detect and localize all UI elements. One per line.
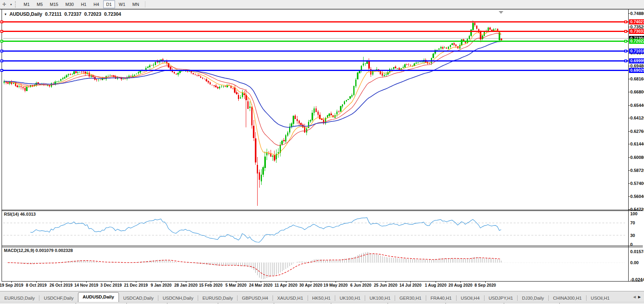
- crosshair-tool-icon[interactable]: ✛: [0, 1, 9, 8]
- date-label: 15 Feb 2020: [199, 283, 223, 287]
- timeframe-button-m1[interactable]: M1: [20, 0, 33, 8]
- rsi-line: [30, 218, 501, 242]
- price-tick-mark: [628, 144, 630, 144]
- tab-scroll-left-icon[interactable]: ◀: [633, 295, 636, 299]
- price-tick-mark: [628, 79, 630, 79]
- date-label: 21 Dec 2019: [124, 283, 148, 287]
- toolbar-grip[interactable]: [15, 1, 18, 7]
- price-tick-label: 0.65440: [630, 103, 644, 108]
- mt4-window: ✛ ▾ M1M5M15M30H1H4D1W1MN ▼AUDUSD,Daily0.…: [0, 0, 644, 304]
- pane-separator[interactable]: [2, 210, 643, 210]
- rsi-value: 46.0313: [20, 212, 36, 216]
- date-label: 26 Oct 2019: [50, 283, 72, 287]
- rsi-scale-label: 0: [630, 242, 633, 247]
- timeframe-button-w1[interactable]: W1: [116, 0, 129, 8]
- horizontal-line-0.72022[interactable]: [3, 41, 628, 42]
- line-handle[interactable]: [0, 69, 3, 72]
- price-chart-canvas[interactable]: [0, 9, 628, 210]
- price-tick-mark: [628, 196, 630, 197]
- price-tick-mark: [628, 92, 630, 92]
- date-label: 19 May 2020: [323, 283, 347, 287]
- line-handle[interactable]: [624, 50, 627, 52]
- price-tick-label: 0.57400: [630, 181, 644, 186]
- timeframe-button-m5[interactable]: M5: [33, 0, 46, 8]
- price-tick-mark: [628, 27, 630, 27]
- chart-tab-dj30-daily[interactable]: DJ30,Daily: [518, 294, 548, 302]
- price-tick-label: 0.54720: [630, 207, 644, 212]
- timeframe-button-mn[interactable]: MN: [129, 0, 142, 8]
- line-handle[interactable]: [624, 60, 627, 62]
- pane-separator[interactable]: [2, 211, 643, 211]
- timeframe-button-m30[interactable]: M30: [62, 0, 77, 8]
- timeframe-button-h1[interactable]: H1: [78, 0, 89, 8]
- rsi-chart-canvas[interactable]: [0, 211, 628, 245]
- macd-scale-label: 0.00: [630, 260, 638, 265]
- line-price-badge: 0.71010: [629, 48, 644, 54]
- price-tick-mark: [628, 105, 630, 106]
- price-tick-label: 0.58720: [630, 168, 644, 173]
- macd-chart-canvas[interactable]: [0, 247, 628, 281]
- date-label: 14 Jul 2020: [399, 283, 421, 287]
- line-handle[interactable]: [624, 40, 627, 43]
- horizontal-line-0.69999[interactable]: [3, 60, 628, 62]
- line-handle[interactable]: [0, 30, 3, 33]
- macd-signal-line: [8, 254, 501, 276]
- tool-dropdown-icon[interactable]: ▾: [9, 1, 13, 8]
- chart-tab-xauusd-h1[interactable]: XAUUSD,H1: [273, 294, 308, 302]
- date-label: 28 Jan 2020: [174, 283, 198, 287]
- chart-tab-usoil-h4[interactable]: USOil,H4: [457, 294, 484, 302]
- rsi-scale-label: 30: [630, 233, 635, 238]
- date-label: 3 Dec 2019: [100, 283, 122, 287]
- horizontal-line-0.69025[interactable]: [3, 70, 628, 71]
- price-tick-label: 0.74880: [630, 11, 644, 16]
- tab-scroll-arrows: ◀ ▶: [632, 291, 644, 302]
- date-label: 8 Oct 2019: [26, 283, 47, 287]
- chart-tab-ger30-h1[interactable]: GER30,H1: [395, 294, 426, 302]
- chart-tab-eurusd-daily[interactable]: EURUSD,Daily: [198, 294, 237, 302]
- chart-tab-usdchf-daily[interactable]: USDCHF,Daily: [39, 294, 78, 302]
- fast-ma-line: [4, 31, 501, 155]
- macd-label: MACD(12,26,9) 0.001079 0.002328: [4, 248, 73, 253]
- price-tick-label: 0.62760: [630, 129, 644, 134]
- pane-separator[interactable]: [2, 246, 643, 246]
- pane-separator[interactable]: [2, 247, 643, 247]
- timeframe-toolbar: ✛ ▾ M1M5M15M30H1H4D1W1MN: [0, 0, 644, 9]
- chart-tab-uk100-h1[interactable]: UK100,H1: [365, 294, 395, 302]
- toolbar-separator: [145, 1, 145, 7]
- line-handle[interactable]: [0, 21, 3, 23]
- line-handle[interactable]: [624, 30, 627, 33]
- line-handle[interactable]: [624, 21, 627, 23]
- rsi-scale-label: 100: [630, 211, 637, 216]
- date-label: 8 Sep 2020: [475, 283, 496, 287]
- chart-tab-usdcnh-daily[interactable]: USDCNH,Daily: [158, 294, 198, 302]
- chart-tab-usdcad-daily[interactable]: USDCAD,Daily: [119, 294, 158, 302]
- horizontal-line-0.74021[interactable]: [3, 21, 628, 22]
- line-handle[interactable]: [0, 60, 3, 62]
- chart-tab-audusd-daily[interactable]: AUDUSD,Daily: [78, 292, 119, 302]
- chart-tab-hk50-h1[interactable]: HK50,H1: [308, 294, 335, 302]
- horizontal-line-0.73033[interactable]: [3, 31, 628, 32]
- line-handle[interactable]: [0, 50, 3, 52]
- timeframe-button-d1[interactable]: D1: [103, 0, 115, 8]
- line-price-badge: 0.72022: [629, 39, 644, 44]
- chart-tab-gbpusd-h4[interactable]: GBPUSD,H4: [238, 294, 272, 302]
- timeframe-button-m15[interactable]: M15: [47, 0, 61, 8]
- date-label: 1 Aug 2020: [425, 283, 446, 287]
- chart-tab-china300-h1[interactable]: CHINA300,H1: [549, 294, 586, 302]
- chart-tab-fra40-h1[interactable]: FRA40,H1: [426, 294, 456, 302]
- price-tick-mark: [628, 66, 630, 66]
- chart-tab-usoil-h1[interactable]: USOil,H1: [586, 294, 614, 302]
- symbol-dropdown-icon[interactable]: ▼: [4, 13, 7, 16]
- chart-window: ▼AUDUSD,Daily0.721110.723370.720230.7230…: [0, 9, 644, 304]
- time-axis-line[interactable]: [2, 281, 643, 282]
- horizontal-line-0.71010[interactable]: [3, 50, 628, 52]
- line-handle[interactable]: [0, 40, 3, 43]
- chart-tab-usdjpy-h1[interactable]: USDJPY,H1: [484, 294, 518, 302]
- date-label: 19 Sep 2019: [0, 283, 23, 287]
- chart-shift-marker-icon[interactable]: [499, 11, 503, 14]
- chart-tab-uk100-h1[interactable]: UK100,H1: [335, 294, 365, 302]
- timeframe-button-h4[interactable]: H4: [90, 0, 102, 8]
- chart-tab-eurusd-daily[interactable]: EURUSD,Daily: [0, 294, 39, 302]
- price-axis-line[interactable]: [628, 9, 629, 282]
- tab-scroll-right-icon[interactable]: ▶: [638, 295, 641, 299]
